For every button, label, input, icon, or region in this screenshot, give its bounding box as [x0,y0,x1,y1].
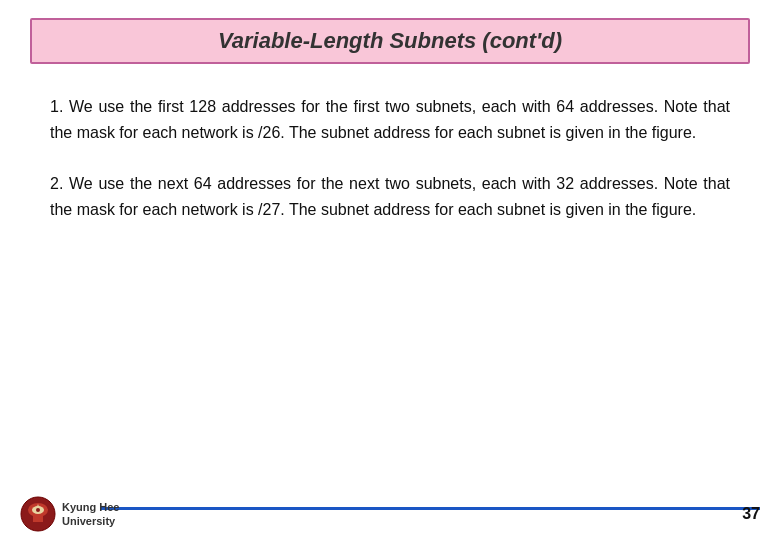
slide-title: Variable-Length Subnets (cont'd) [218,28,562,53]
paragraph-1: 1. We use the first 128 addresses for th… [50,94,730,147]
svg-rect-3 [33,516,43,522]
footer-line [100,507,760,510]
svg-point-5 [36,508,40,512]
title-bar: Variable-Length Subnets (cont'd) [30,18,750,64]
logo-area: Kyung Hee University [20,496,119,532]
university-logo-icon [20,496,56,532]
paragraph-2: 2. We use the next 64 addresses for the … [50,171,730,224]
university-name: Kyung Hee University [62,500,119,529]
content-area: 1. We use the first 128 addresses for th… [0,64,780,490]
page-number: 37 [742,505,760,523]
footer: Kyung Hee University 37 [0,490,780,540]
slide: Variable-Length Subnets (cont'd) 1. We u… [0,0,780,540]
